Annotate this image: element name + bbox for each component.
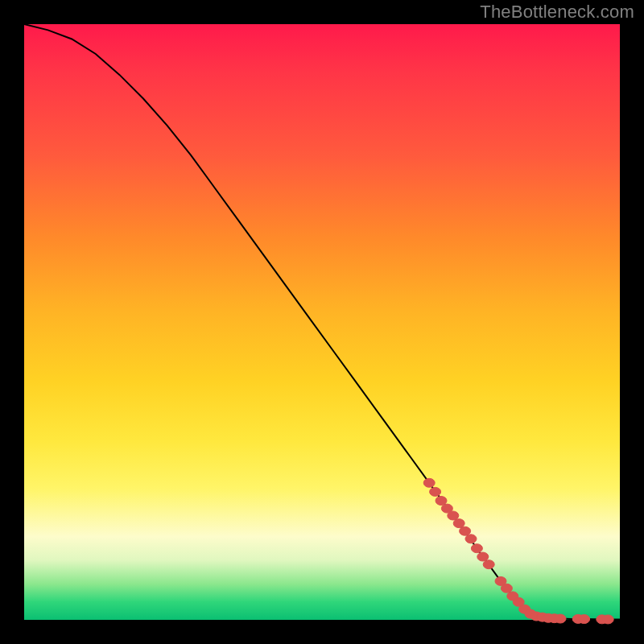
marker-point xyxy=(579,615,590,624)
marker-point xyxy=(477,552,489,561)
marker-point xyxy=(453,519,464,528)
marker-point xyxy=(501,584,512,592)
curve-layer xyxy=(24,24,620,620)
marker-point xyxy=(448,511,459,520)
marker-group xyxy=(423,478,613,624)
marker-point xyxy=(471,544,482,553)
marker-point xyxy=(465,535,477,543)
marker-point xyxy=(436,497,447,506)
marker-point xyxy=(423,478,435,487)
chart-frame: TheBottleneck.com xyxy=(0,0,644,644)
plot-area xyxy=(24,24,620,620)
marker-point xyxy=(602,615,613,624)
marker-point xyxy=(460,526,471,535)
marker-point xyxy=(483,560,494,569)
marker-point xyxy=(430,487,441,496)
marker-point xyxy=(555,614,566,623)
watermark-text: TheBottleneck.com xyxy=(480,2,634,23)
bottleneck-curve xyxy=(24,24,620,619)
